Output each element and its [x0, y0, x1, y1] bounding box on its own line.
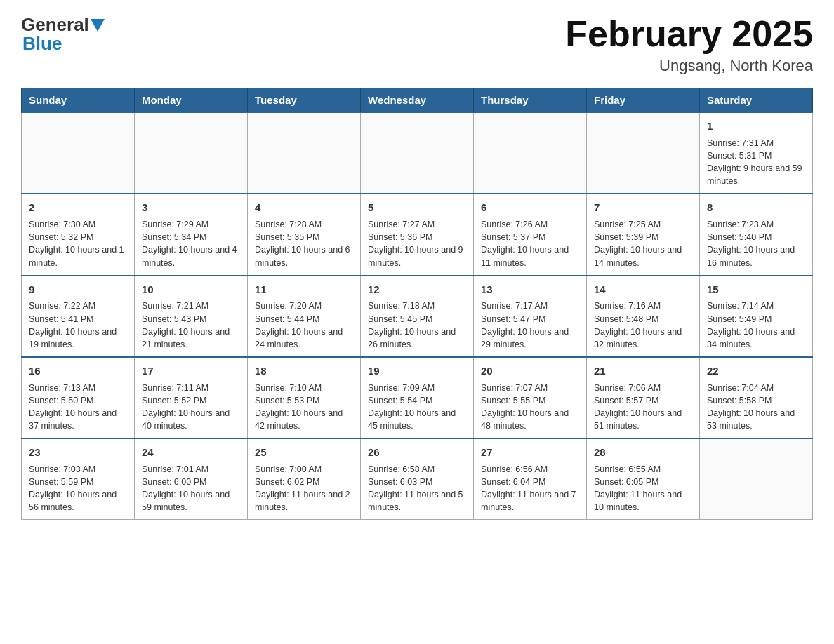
day-info: Sunrise: 7:28 AMSunset: 5:35 PMDaylight:…: [255, 218, 353, 269]
week-row-2: 2Sunrise: 7:30 AMSunset: 5:32 PMDaylight…: [22, 194, 813, 275]
calendar-cell: 6Sunrise: 7:26 AMSunset: 5:37 PMDaylight…: [474, 194, 587, 275]
calendar-cell: 13Sunrise: 7:17 AMSunset: 5:47 PMDayligh…: [474, 276, 587, 357]
calendar-cell: [135, 112, 248, 194]
day-number: 5: [368, 200, 466, 215]
day-info: Sunrise: 7:13 AMSunset: 5:50 PMDaylight:…: [29, 382, 127, 433]
day-number: 18: [255, 363, 353, 379]
day-info: Sunrise: 7:23 AMSunset: 5:40 PMDaylight:…: [707, 218, 805, 269]
logo-blue-text: Blue: [22, 33, 62, 55]
day-info: Sunrise: 7:30 AMSunset: 5:32 PMDaylight:…: [29, 218, 127, 269]
calendar-cell: 23Sunrise: 7:03 AMSunset: 5:59 PMDayligh…: [22, 438, 135, 520]
day-number: 4: [255, 200, 353, 215]
day-info: Sunrise: 7:26 AMSunset: 5:37 PMDaylight:…: [481, 218, 579, 269]
calendar-cell: 22Sunrise: 7:04 AMSunset: 5:58 PMDayligh…: [700, 357, 813, 438]
calendar-cell: 7Sunrise: 7:25 AMSunset: 5:39 PMDaylight…: [587, 194, 700, 275]
calendar-cell: 24Sunrise: 7:01 AMSunset: 6:00 PMDayligh…: [135, 438, 248, 520]
day-info: Sunrise: 6:55 AMSunset: 6:05 PMDaylight:…: [594, 463, 692, 514]
day-header-sunday: Sunday: [22, 88, 135, 113]
day-number: 17: [142, 363, 240, 379]
day-number: 3: [142, 200, 240, 215]
day-number: 12: [368, 282, 466, 297]
day-number: 28: [594, 445, 692, 460]
day-number: 8: [707, 200, 805, 215]
day-info: Sunrise: 7:22 AMSunset: 5:41 PMDaylight:…: [29, 300, 127, 351]
calendar-cell: 8Sunrise: 7:23 AMSunset: 5:40 PMDaylight…: [700, 194, 813, 275]
day-number: 16: [29, 363, 127, 379]
logo-triangle-icon: [91, 19, 105, 32]
location-subtitle: Ungsang, North Korea: [565, 57, 813, 75]
calendar-table: SundayMondayTuesdayWednesdayThursdayFrid…: [21, 88, 813, 520]
page-header: General Blue February 2025 Ungsang, Nort…: [21, 14, 813, 75]
day-info: Sunrise: 7:29 AMSunset: 5:34 PMDaylight:…: [142, 218, 240, 269]
calendar-cell: 26Sunrise: 6:58 AMSunset: 6:03 PMDayligh…: [361, 438, 474, 520]
day-number: 15: [707, 282, 805, 297]
logo: General Blue: [21, 14, 106, 55]
day-info: Sunrise: 7:18 AMSunset: 5:45 PMDaylight:…: [368, 300, 466, 351]
calendar-cell: 15Sunrise: 7:14 AMSunset: 5:49 PMDayligh…: [700, 276, 813, 357]
day-info: Sunrise: 7:27 AMSunset: 5:36 PMDaylight:…: [368, 218, 466, 269]
day-number: 24: [142, 445, 240, 460]
day-number: 20: [481, 363, 579, 379]
day-info: Sunrise: 7:25 AMSunset: 5:39 PMDaylight:…: [594, 218, 692, 269]
day-header-saturday: Saturday: [700, 88, 813, 113]
day-number: 2: [29, 200, 127, 215]
calendar-cell: 10Sunrise: 7:21 AMSunset: 5:43 PMDayligh…: [135, 276, 248, 357]
calendar-cell: [22, 112, 135, 194]
day-number: 6: [481, 200, 579, 215]
day-info: Sunrise: 7:10 AMSunset: 5:53 PMDaylight:…: [255, 382, 353, 433]
day-info: Sunrise: 7:07 AMSunset: 5:55 PMDaylight:…: [481, 382, 579, 433]
calendar-cell: 19Sunrise: 7:09 AMSunset: 5:54 PMDayligh…: [361, 357, 474, 438]
day-info: Sunrise: 7:04 AMSunset: 5:58 PMDaylight:…: [707, 382, 805, 433]
day-header-wednesday: Wednesday: [361, 88, 474, 113]
calendar-cell: [587, 112, 700, 194]
calendar-cell: 27Sunrise: 6:56 AMSunset: 6:04 PMDayligh…: [474, 438, 587, 520]
day-info: Sunrise: 6:56 AMSunset: 6:04 PMDaylight:…: [481, 463, 579, 514]
day-info: Sunrise: 7:20 AMSunset: 5:44 PMDaylight:…: [255, 300, 353, 351]
week-row-4: 16Sunrise: 7:13 AMSunset: 5:50 PMDayligh…: [22, 357, 813, 438]
day-info: Sunrise: 7:21 AMSunset: 5:43 PMDaylight:…: [142, 300, 240, 351]
day-info: Sunrise: 7:00 AMSunset: 6:02 PMDaylight:…: [255, 463, 353, 514]
calendar-cell: [248, 112, 361, 194]
title-block: February 2025 Ungsang, North Korea: [565, 14, 813, 75]
calendar-cell: 2Sunrise: 7:30 AMSunset: 5:32 PMDaylight…: [22, 194, 135, 275]
day-number: 22: [707, 363, 805, 379]
day-number: 23: [29, 445, 127, 460]
day-info: Sunrise: 7:11 AMSunset: 5:52 PMDaylight:…: [142, 382, 240, 433]
day-number: 7: [594, 200, 692, 215]
calendar-cell: 3Sunrise: 7:29 AMSunset: 5:34 PMDaylight…: [135, 194, 248, 275]
calendar-cell: [474, 112, 587, 194]
calendar-cell: 21Sunrise: 7:06 AMSunset: 5:57 PMDayligh…: [587, 357, 700, 438]
calendar-cell: 1Sunrise: 7:31 AMSunset: 5:31 PMDaylight…: [700, 112, 813, 194]
day-number: 10: [142, 282, 240, 297]
calendar-cell: 20Sunrise: 7:07 AMSunset: 5:55 PMDayligh…: [474, 357, 587, 438]
day-number: 21: [594, 363, 692, 379]
day-number: 26: [368, 445, 466, 460]
calendar-cell: [361, 112, 474, 194]
day-info: Sunrise: 7:06 AMSunset: 5:57 PMDaylight:…: [594, 382, 692, 433]
day-info: Sunrise: 7:01 AMSunset: 6:00 PMDaylight:…: [142, 463, 240, 514]
day-header-tuesday: Tuesday: [248, 88, 361, 113]
day-info: Sunrise: 7:14 AMSunset: 5:49 PMDaylight:…: [707, 300, 805, 351]
calendar-cell: 5Sunrise: 7:27 AMSunset: 5:36 PMDaylight…: [361, 194, 474, 275]
day-number: 14: [594, 282, 692, 297]
calendar-cell: 14Sunrise: 7:16 AMSunset: 5:48 PMDayligh…: [587, 276, 700, 357]
week-row-3: 9Sunrise: 7:22 AMSunset: 5:41 PMDaylight…: [22, 276, 813, 357]
day-number: 9: [29, 282, 127, 297]
day-header-friday: Friday: [587, 88, 700, 113]
day-header-thursday: Thursday: [474, 88, 587, 113]
calendar-cell: 17Sunrise: 7:11 AMSunset: 5:52 PMDayligh…: [135, 357, 248, 438]
day-number: 19: [368, 363, 466, 379]
day-number: 11: [255, 282, 353, 297]
day-info: Sunrise: 7:03 AMSunset: 5:59 PMDaylight:…: [29, 463, 127, 514]
day-info: Sunrise: 7:31 AMSunset: 5:31 PMDaylight:…: [707, 137, 805, 188]
day-number: 13: [481, 282, 579, 297]
days-header-row: SundayMondayTuesdayWednesdayThursdayFrid…: [22, 88, 813, 113]
calendar-cell: 18Sunrise: 7:10 AMSunset: 5:53 PMDayligh…: [248, 357, 361, 438]
day-number: 1: [707, 119, 805, 134]
week-row-5: 23Sunrise: 7:03 AMSunset: 5:59 PMDayligh…: [22, 438, 813, 520]
calendar-cell: 9Sunrise: 7:22 AMSunset: 5:41 PMDaylight…: [22, 276, 135, 357]
calendar-cell: [700, 438, 813, 520]
day-info: Sunrise: 6:58 AMSunset: 6:03 PMDaylight:…: [368, 463, 466, 514]
calendar-cell: 25Sunrise: 7:00 AMSunset: 6:02 PMDayligh…: [248, 438, 361, 520]
calendar-cell: 16Sunrise: 7:13 AMSunset: 5:50 PMDayligh…: [22, 357, 135, 438]
